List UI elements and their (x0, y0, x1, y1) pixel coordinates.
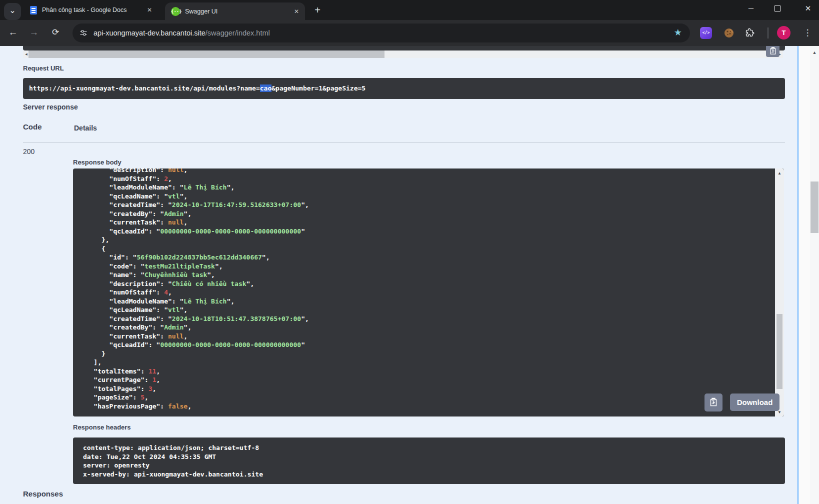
code-line: "description": "Chiều có nhiều task", (78, 280, 309, 288)
maximize-button[interactable] (774, 6, 780, 12)
request-url-value: https://api-xuongmayat-dev.bancantoi.sit… (29, 78, 366, 99)
response-body-box: "description": null, "numOfStaff": 2, "l… (73, 168, 784, 416)
swagger-icon: {··} (171, 7, 180, 16)
code-line: "currentTask": null, (78, 218, 309, 227)
curl-horizontal-scrollbar[interactable]: ◂ ▸ (23, 50, 783, 58)
tab-title: Swagger UI (185, 8, 290, 15)
code-line: "totalPages": 3, (78, 384, 309, 394)
code-line: "qcLeadId": "00000000-0000-0000-0000-000… (78, 340, 309, 350)
code-line: "description": null, (78, 168, 309, 174)
header-line: content-type: application/json; charset=… (83, 444, 263, 452)
page-gutter (798, 46, 810, 504)
back-button[interactable]: ← (5, 20, 21, 46)
close-tab-icon[interactable]: ✕ (294, 8, 299, 15)
tab-google-docs[interactable]: Phân công task - Google Docs ✕ (24, 0, 158, 20)
code-extension-icon[interactable]: </> (700, 27, 712, 39)
header-line: x-served-by: api-xuongmayat-dev.bancanto… (83, 470, 263, 479)
close-window-button[interactable]: ✕ (802, 4, 814, 13)
reload-button[interactable]: ⟳ (48, 20, 64, 46)
code-line: "currentTask": null, (78, 332, 309, 341)
browser-menu-icon[interactable]: ⋮ (802, 26, 814, 40)
toolbar-divider (768, 28, 768, 38)
scroll-up-icon[interactable]: ▲ (810, 50, 819, 55)
code-line: "hasPreviousPage": false, (78, 402, 309, 411)
forward-button[interactable]: → (26, 20, 42, 46)
browser-scroll-thumb[interactable] (810, 182, 818, 233)
code-line: "qcLeadName": "vtl", (78, 192, 309, 201)
scroll-up-icon[interactable]: ▲ (775, 171, 784, 176)
code-line: "qcLeadId": "00000000-0000-0000-0000-000… (78, 227, 309, 236)
header-line: server: openresty (83, 461, 263, 470)
response-headers-label: Response headers (73, 424, 131, 431)
new-tab-button[interactable]: + (311, 4, 324, 17)
code-column-header: Code (23, 122, 42, 131)
minimize-button[interactable]: ─ (745, 4, 757, 12)
address-bar[interactable]: api-xuongmayat-dev.bancantoi.site/swagge… (72, 24, 690, 42)
url-host: api-xuongmayat-dev.bancantoi.site (94, 29, 206, 37)
header-line: date: Tue,22 Oct 2024 04:35:35 GMT (83, 452, 263, 462)
code-line: "createdBy": "Admin", (78, 210, 309, 218)
code-line: "numOfStaff": 4, (78, 288, 309, 297)
copy-response-button[interactable] (704, 394, 722, 412)
tab-strip: ⌄ Phân công task - Google Docs ✕ {··} Sw… (0, 0, 819, 20)
request-url-box: https://api-xuongmayat-dev.bancantoi.sit… (23, 78, 785, 99)
close-tab-icon[interactable]: ✕ (147, 6, 152, 14)
code-line: "numOfStaff": 2, (78, 174, 309, 184)
browser-toolbar: ← → ⟳ api-xuongmayat-dev.bancantoi.site/… (0, 20, 819, 46)
selected-text: cao (260, 84, 272, 92)
code-line: "createdBy": "Admin", (78, 323, 309, 332)
code-line: "id": "56f90b102d224837bb5ec612dd340667"… (78, 253, 309, 262)
tab-search-button[interactable]: ⌄ (4, 3, 21, 20)
url-text[interactable]: api-xuongmayat-dev.bancantoi.site/swagge… (94, 24, 270, 42)
details-column-header: Details (74, 124, 97, 132)
response-body-label: Response body (73, 158, 122, 166)
code-line: "createdTime": "2024-10-18T10:51:47.3878… (78, 314, 309, 324)
google-docs-icon (30, 6, 37, 14)
status-code: 200 (23, 148, 34, 156)
code-line: ], (78, 358, 309, 367)
horizontal-scroll-thumb[interactable] (28, 50, 384, 58)
response-headers-code: content-type: application/json; charset=… (83, 444, 263, 478)
cookie-extension-icon[interactable] (724, 28, 734, 40)
browser-window: ⌄ Phân công task - Google Docs ✕ {··} Sw… (0, 0, 819, 504)
code-line: "leadModuleName": "Lê Thị Bích", (78, 183, 309, 192)
response-headers-box: content-type: application/json; charset=… (73, 438, 785, 484)
download-button[interactable]: Download (730, 394, 780, 411)
extensions-puzzle-icon[interactable] (745, 28, 754, 40)
response-body-code: "description": null, "numOfStaff": 2, "l… (78, 168, 309, 410)
code-line: }, (78, 236, 309, 244)
site-settings-icon[interactable] (80, 29, 88, 39)
request-url-label: Request URL (23, 64, 64, 72)
browser-scrollbar[interactable]: ▲ (810, 46, 819, 504)
code-line: "currentPage": 1, (78, 376, 309, 384)
table-divider (23, 142, 785, 143)
code-line: "qcLeadName": "vtl", (78, 306, 309, 314)
server-response-heading: Server response (23, 103, 78, 111)
swagger-page: ◂ ▸ Request URL https://api-xuongmayat-d… (0, 46, 819, 504)
profile-avatar[interactable]: T (777, 26, 790, 40)
bookmark-star-icon[interactable]: ★ (674, 24, 682, 42)
code-line: "totalItems": 11, (78, 367, 309, 376)
responses-heading: Responses (23, 490, 63, 498)
url-path: /swagger/index.html (206, 29, 270, 37)
tab-title: Phân công task - Google Docs (42, 6, 143, 14)
curl-box-bottom (23, 46, 785, 50)
code-line: { (78, 244, 309, 254)
code-line: "createdTime": "2024-10-17T16:47:59.5162… (78, 200, 309, 210)
vertical-scroll-thumb[interactable] (776, 314, 782, 389)
code-line: "pageSize": 5, (78, 393, 309, 402)
code-line: "name": "Chuyềnnhiều task", (78, 270, 309, 280)
code-line: } (78, 350, 309, 358)
code-line: "code": "testMu21ltipleTask", (78, 262, 309, 271)
code-line: "leadModuleName": "Lê Thị Bích", (78, 297, 309, 306)
tab-swagger-ui[interactable]: {··} Swagger UI ✕ (165, 2, 305, 20)
response-body-scrollbar[interactable]: ▲ ▼ (775, 168, 784, 416)
copy-curl-button[interactable] (766, 46, 780, 57)
